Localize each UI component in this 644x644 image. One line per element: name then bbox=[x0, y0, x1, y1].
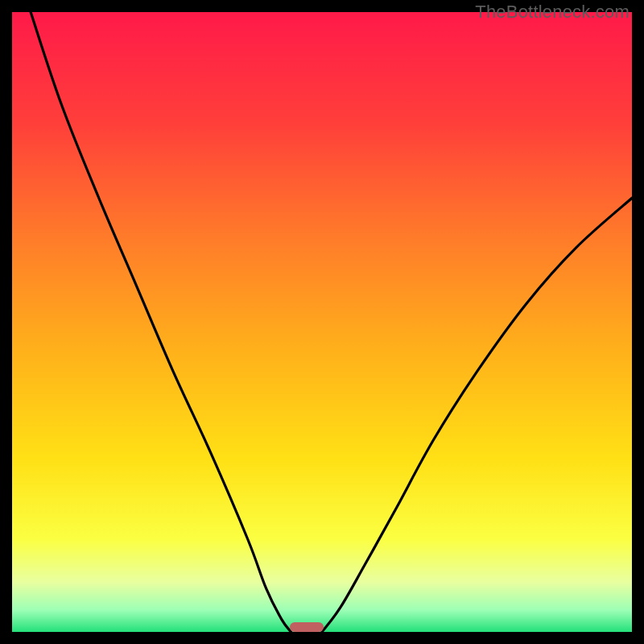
optimal-marker bbox=[290, 622, 324, 632]
chart-frame bbox=[12, 12, 632, 632]
watermark-text: TheBottleneck.com bbox=[475, 2, 630, 23]
svg-rect-0 bbox=[12, 12, 632, 632]
background-gradient bbox=[12, 12, 632, 632]
